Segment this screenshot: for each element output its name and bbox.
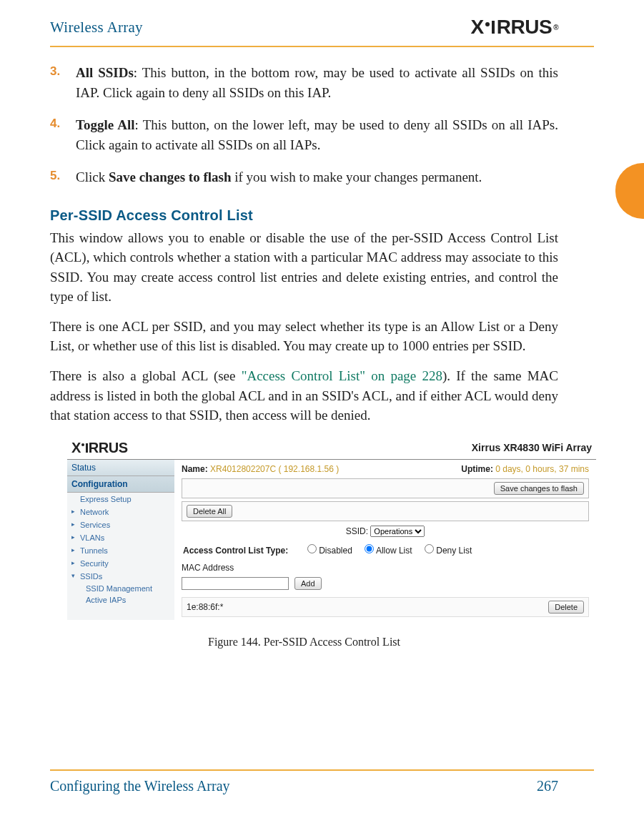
acl-option-deny[interactable]: Deny List — [425, 546, 472, 556]
acl-entry-value: 1e:88:6f:* — [187, 602, 223, 612]
list-number: 5. — [50, 167, 60, 185]
sidebar-item-configuration[interactable]: Configuration — [67, 476, 174, 493]
acl-radio-deny[interactable] — [425, 544, 434, 553]
acl-radio-disabled[interactable] — [307, 544, 317, 553]
embedded-screenshot: XRRUS Xirrus XR4830 WiFi Array Status Co… — [67, 435, 596, 629]
ssid-select[interactable]: Operations — [370, 526, 425, 537]
list-text: : This button, in the bottom row, may be… — [76, 65, 558, 100]
sidebar-subitem-active-iaps[interactable]: Active IAPs — [67, 594, 174, 606]
logo-bar-icon — [492, 21, 495, 34]
header-title: Wireless Array — [50, 19, 143, 36]
ui-logo: XRRUS — [71, 440, 128, 456]
list-bold-term: All SSIDs — [76, 65, 134, 80]
acl-type-label: Access Control List Type: — [183, 546, 288, 556]
sidebar-item-express-setup[interactable]: Express Setup — [67, 493, 174, 506]
sidebar-subitem-ssid-management[interactable]: SSID Management — [67, 583, 174, 594]
sidebar-item-vlans[interactable]: VLANs — [67, 531, 174, 544]
section-heading: Per-SSID Access Control List — [50, 207, 558, 224]
list-text: : This button, on the lower left, may be… — [76, 117, 558, 152]
figure-caption: Figure 144. Per-SSID Access Control List — [50, 636, 558, 649]
logo-dot-icon — [485, 22, 490, 26]
instruction-list: 3. All SSIDs: This button, in the bottom… — [76, 63, 558, 187]
header-rule — [50, 46, 594, 47]
list-number: 4. — [50, 115, 60, 133]
ssid-label: SSID: — [346, 526, 368, 536]
body-paragraph: There is one ACL per SSID, and you may s… — [50, 317, 558, 356]
acl-radio-allow[interactable] — [365, 544, 374, 553]
acl-option-disabled[interactable]: Disabled — [307, 546, 352, 556]
mac-address-input[interactable] — [182, 577, 289, 590]
ui-device-title: Xirrus XR4830 WiFi Array — [472, 442, 592, 453]
page-header: Wireless Array XRRUS® — [50, 14, 594, 41]
body-paragraph: There is also a global ACL (see "Access … — [50, 366, 558, 425]
brand-logo: XRRUS® — [471, 16, 558, 39]
acl-option-allow[interactable]: Allow List — [365, 546, 412, 556]
device-name-display: Name: XR4012802207C ( 192.168.1.56 ) — [182, 464, 339, 474]
sidebar-item-network[interactable]: Network — [67, 506, 174, 518]
footer-section-title: Configuring the Wireless Array — [50, 778, 230, 794]
list-bold-term: Save changes to flash — [109, 169, 232, 184]
logo-bar-icon — [86, 443, 88, 453]
delete-button[interactable]: Delete — [548, 601, 584, 614]
logo-dot-icon — [81, 443, 84, 446]
list-item: 3. All SSIDs: This button, in the bottom… — [76, 63, 558, 102]
list-item: 4. Toggle All: This button, on the lower… — [76, 115, 558, 154]
add-button[interactable]: Add — [294, 577, 322, 590]
list-text: if you wish to make your changes permane… — [231, 169, 482, 184]
sidebar-item-ssids[interactable]: SSIDs — [67, 570, 174, 583]
ui-sidebar: Status Configuration Express Setup Netwo… — [67, 460, 174, 620]
list-bold-term: Toggle All — [76, 117, 135, 132]
mac-address-label: MAC Address — [182, 558, 589, 573]
ui-main-panel: Name: XR4012802207C ( 192.168.1.56 ) Upt… — [174, 460, 596, 620]
sidebar-item-tunnels[interactable]: Tunnels — [67, 544, 174, 557]
uptime-display: Uptime: 0 days, 0 hours, 37 mins — [461, 464, 589, 474]
list-pretext: Click — [76, 169, 109, 184]
section-tab — [615, 163, 644, 219]
list-number: 3. — [50, 63, 60, 81]
save-changes-button[interactable]: Save changes to flash — [494, 482, 584, 495]
page-number: 267 — [537, 778, 558, 794]
list-item: 5. Click Save changes to flash if you wi… — [76, 167, 558, 187]
sidebar-item-security[interactable]: Security — [67, 557, 174, 570]
sidebar-item-services[interactable]: Services — [67, 518, 174, 531]
cross-reference-link[interactable]: "Access Control List" on page 228 — [242, 368, 442, 383]
sidebar-item-status[interactable]: Status — [67, 460, 174, 476]
footer-rule — [50, 769, 594, 771]
body-paragraph: This window allows you to enable or disa… — [50, 228, 558, 307]
page-footer: Configuring the Wireless Array 267 — [50, 769, 594, 794]
para-pretext: There is also a global ACL (see — [50, 368, 242, 383]
delete-all-button[interactable]: Delete All — [187, 505, 232, 518]
